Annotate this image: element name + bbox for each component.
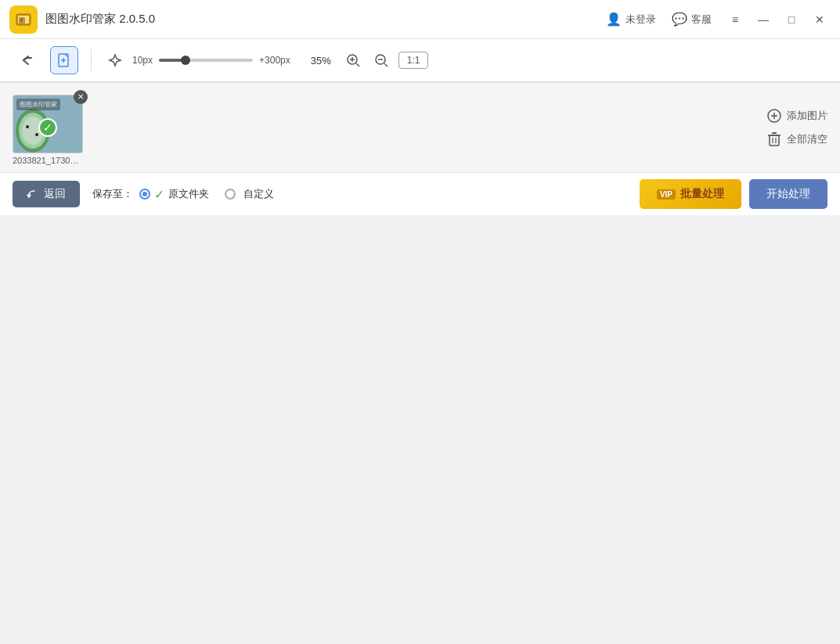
toolbar: 10px +300px 35% 1:1	[0, 39, 840, 82]
save-label: 保存至：	[92, 187, 133, 201]
image-thumb[interactable]: 图图水印管家 ✓	[13, 95, 83, 153]
original-folder-option[interactable]: ✓ 原文件夹	[139, 187, 209, 202]
add-image-btn[interactable]: 添加图片	[766, 108, 827, 124]
zoom-value: 35%	[306, 55, 336, 67]
minimize-btn[interactable]: —	[752, 9, 774, 31]
svg-point-40	[35, 133, 38, 136]
menu-btn[interactable]: ≡	[724, 9, 746, 31]
brush-slider[interactable]	[159, 59, 253, 62]
svg-line-10	[356, 63, 359, 67]
back-btn[interactable]: 返回	[13, 181, 80, 207]
add-circle-icon	[767, 109, 781, 123]
clear-all-label: 全部清空	[787, 132, 827, 146]
add-image-label: 添加图片	[787, 109, 827, 123]
brush-icon	[108, 53, 122, 67]
brush-size-section: 10px +300px	[104, 49, 290, 71]
ratio-btn[interactable]: 1:1	[398, 52, 429, 69]
zoom-section: 35% 1:1	[306, 49, 429, 71]
new-file-btn[interactable]	[50, 46, 78, 74]
thumb-close-btn[interactable]: ✕	[74, 90, 88, 104]
success-badge: ✓	[38, 118, 57, 137]
thumb-app-label: 图图水印管家	[16, 99, 60, 110]
svg-text:图: 图	[19, 17, 25, 24]
original-folder-radio[interactable]	[139, 189, 150, 200]
trash-icon	[766, 131, 782, 147]
toolbar-sep-1	[91, 49, 92, 71]
back-icon	[18, 52, 35, 69]
app-logo: 图	[9, 5, 38, 34]
brush-tool-btn[interactable]	[104, 49, 126, 71]
clear-all-btn[interactable]: 全部清空	[766, 131, 827, 147]
image-list-actions: 添加图片 全部清空	[766, 108, 827, 147]
close-btn[interactable]: ✕	[809, 9, 831, 31]
user-area[interactable]: 👤 未登录	[606, 12, 656, 27]
brush-min-label: 10px	[132, 55, 153, 66]
trash-can-icon	[768, 132, 781, 146]
maximize-btn[interactable]: □	[781, 9, 802, 31]
title-bar: 图 图图水印管家 2.0.5.0 👤 未登录 💬 客服 ≡ — □ ✕	[0, 0, 840, 39]
zoom-out-btn[interactable]	[370, 49, 392, 71]
custom-folder-radio[interactable]	[225, 189, 236, 200]
user-icon: 👤	[606, 12, 622, 27]
start-btn-label: 开始处理	[766, 187, 810, 200]
return-icon	[27, 188, 39, 200]
svg-rect-44	[770, 135, 779, 146]
main-area: 进度 提示 ✕ i 恭喜您，成功处理1张图片！ 打开目录 关闭	[0, 82, 840, 172]
zoom-out-icon	[373, 52, 389, 68]
custom-folder-option[interactable]: 自定义	[225, 187, 274, 201]
save-section: 保存至： ✓ 原文件夹 自定义	[92, 187, 627, 202]
vip-badge: VIP	[657, 189, 676, 200]
back-btn-label: 返回	[44, 187, 66, 201]
brush-max-label: +300px	[259, 55, 290, 66]
svg-marker-6	[110, 55, 121, 66]
bottom-actions: VIP 批量处理 开始处理	[640, 179, 827, 209]
zoom-in-icon	[345, 52, 361, 68]
service-btn[interactable]: 💬 客服	[672, 12, 712, 27]
image-list-area: ✕ 图图水印管家 ✓ 2033821_173041...	[0, 82, 840, 172]
service-icon: 💬	[672, 12, 687, 27]
user-label: 未登录	[625, 13, 656, 27]
bottom-bar: 返回 保存至： ✓ 原文件夹 自定义 VIP 批量处理 开始处理	[0, 172, 840, 215]
new-file-icon	[56, 52, 72, 68]
zoom-in-btn[interactable]	[342, 49, 364, 71]
brush-slider-thumb[interactable]	[181, 56, 190, 65]
svg-point-39	[26, 125, 29, 128]
add-icon	[766, 108, 782, 124]
start-process-btn[interactable]: 开始处理	[749, 179, 827, 209]
title-actions: 👤 未登录 💬 客服	[606, 12, 712, 27]
original-folder-label: 原文件夹	[168, 187, 209, 201]
custom-folder-label: 自定义	[243, 187, 274, 201]
back-toolbar-btn[interactable]	[13, 46, 41, 74]
batch-btn-label: 批量处理	[680, 187, 724, 201]
service-label: 客服	[691, 13, 712, 27]
thumb-filename: 2033821_173041...	[13, 156, 83, 165]
image-thumb-item: ✕ 图图水印管家 ✓ 2033821_173041...	[13, 95, 83, 161]
app-title: 图图水印管家 2.0.5.0	[45, 12, 606, 27]
batch-process-btn[interactable]: VIP 批量处理	[640, 179, 741, 209]
svg-line-13	[384, 63, 388, 67]
checkmark-icon: ✓	[154, 187, 164, 202]
window-controls: ≡ — □ ✕	[724, 9, 831, 31]
